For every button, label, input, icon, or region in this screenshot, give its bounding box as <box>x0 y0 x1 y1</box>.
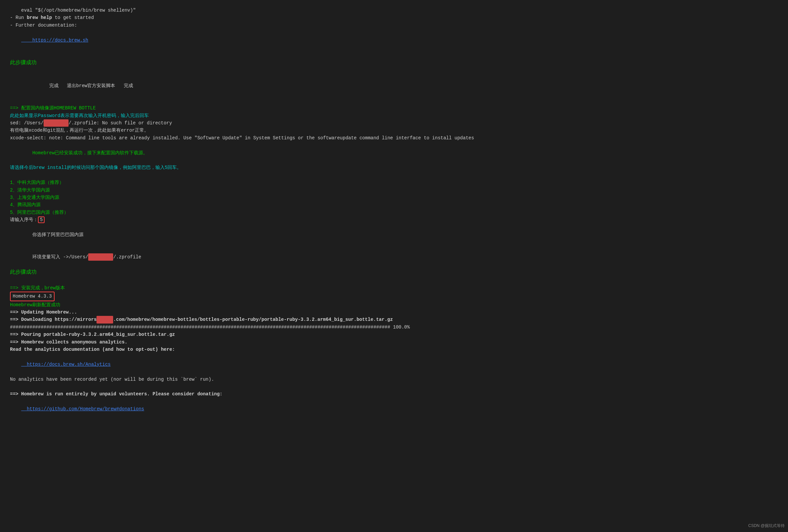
eval-line: eval "$(/opt/homebrew/bin/brew shellenv)… <box>10 7 778 14</box>
step-success-2: 此步骤成功 <box>10 268 778 277</box>
donations-url-link[interactable]: https://github.com/Homebrew/brew#donatio… <box>21 406 144 412</box>
chose-alibaba-line: 你选择了阿里巴巴国内源 <box>10 231 778 239</box>
blank-7 <box>10 157 778 164</box>
install-complete-line: ==> 安装完成，brew版本 <box>10 284 778 292</box>
version-line: Homebrew 4.3.3 <box>10 292 778 301</box>
input-prompt-line: 请输入序号：5 <box>10 216 778 223</box>
pouring-line: ==> Pouring portable-ruby-3.3.2.arm64_bi… <box>10 331 778 338</box>
blank-14 <box>10 383 778 390</box>
analytics-url-line[interactable]: https://docs.brew.sh/Analytics <box>10 353 778 375</box>
csdn-watermark: CSDN @掘坑式等待 <box>748 523 785 529</box>
menu-item-1: 1、中科大国内源（推荐） <box>10 179 778 186</box>
blank-9 <box>10 224 778 231</box>
no-analytics-line: No analytics have been recorded yet (nor… <box>10 376 778 383</box>
blank-4 <box>10 90 778 97</box>
menu-item-5: 5、阿里巴巴国内源（推荐） <box>10 209 778 216</box>
menu-item-4: 4、腾讯国内源 <box>10 201 778 208</box>
redacted-username-2: username <box>88 253 113 261</box>
blank-10 <box>10 239 778 246</box>
analytics-url-link[interactable]: https://docs.brew.sh/Analytics <box>21 362 111 367</box>
read-analytics-line: Read the analytics documentation (and ho… <box>10 346 778 353</box>
blank-6 <box>10 142 778 149</box>
further-doc-line: - Further documentation: <box>10 22 778 29</box>
updating-line: ==> Updating Homebrew... <box>10 309 778 316</box>
redacted-mirror-url: XXXXX <box>97 316 113 323</box>
blank-11 <box>10 246 778 253</box>
password-warning-line: 此处如果显示Password表示需要再次输入开机密码，输入完后回车 <box>10 112 778 119</box>
choose-mirror-prompt: 请选择今后brew install的时候访问那个国内镜像，例如阿里巴巴，输入5回… <box>10 164 778 171</box>
blank-12 <box>10 261 778 268</box>
sed-line: sed: /Users/username/.zprofile: No such … <box>10 119 778 127</box>
blank-3 <box>10 75 778 82</box>
version-box: Homebrew 4.3.3 <box>10 292 55 301</box>
blank-8 <box>10 171 778 179</box>
blank-1 <box>10 51 778 59</box>
menu-item-3: 3、上海交通大学国内源 <box>10 194 778 201</box>
env-write-line: 环境变量写入 ->/Users/username/.zprofile <box>10 253 778 261</box>
brew-url-line[interactable]: https://docs.brew.sh <box>10 29 778 51</box>
brew-url-link[interactable]: https://docs.brew.sh <box>21 38 88 43</box>
terminal-content: eval "$(/opt/homebrew/bin/brew shellenv)… <box>10 7 778 420</box>
volunteers-line: ==> Homebrew is run entirely by unpaid v… <box>10 390 778 398</box>
xcode-note-2: xcode-select: note: Command line tools a… <box>10 134 778 142</box>
analytics-line: ==> Homebrew collects anonymous analytic… <box>10 339 778 346</box>
menu-item-2: 2、清华大学国内源 <box>10 186 778 194</box>
redacted-username-1: username <box>44 119 68 127</box>
homebrew-install-success: Homebrew已经安装成功，接下来配置国内软件下载源。 <box>10 149 778 157</box>
blank-2 <box>10 67 778 75</box>
blank-13 <box>10 277 778 284</box>
center-done-line: 完成 退出brew官方安装脚本 完成 <box>10 82 778 89</box>
input-box-value: 5 <box>38 217 45 223</box>
blank-5 <box>10 97 778 104</box>
donations-url-line[interactable]: https://github.com/Homebrew/brew#donatio… <box>10 398 778 420</box>
brew-config-success-line: Homebrew刷新配置成功 <box>10 301 778 309</box>
run-brew-line: - Run brew help to get started <box>10 14 778 21</box>
downloading-line: ==> Downloading https://mirrorsXXXXX.com… <box>10 316 778 323</box>
xcode-note-1: 有些电脑xcode和git混乱，再运行一次，此处如果有error正常。 <box>10 127 778 134</box>
step-success-1: 此步骤成功 <box>10 59 778 67</box>
hash-progress-line: ########################################… <box>10 324 778 331</box>
section-mirror-header: ==> 配置国内镜像源HOMEBREW BOTTLE <box>10 104 778 112</box>
